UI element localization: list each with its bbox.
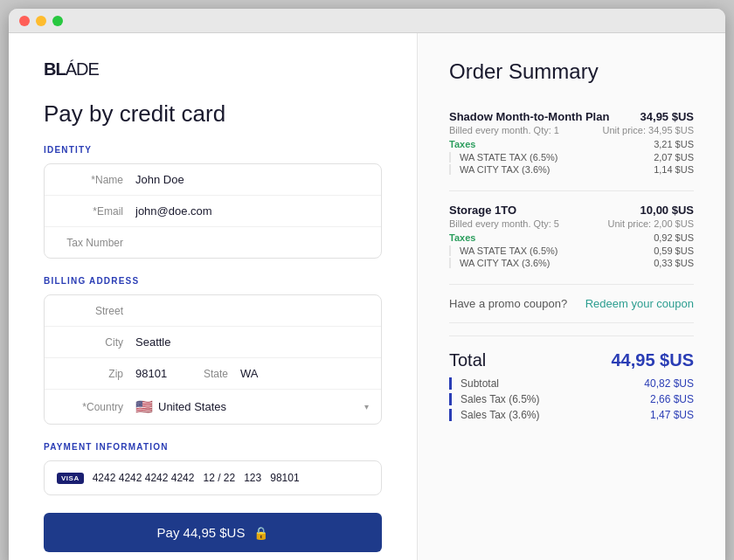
city-row: City (45, 327, 381, 358)
order-item-2-sub: Billed every month. Qty: 5 Unit price: 2… (449, 218, 694, 229)
identity-form-card: *Name *Email Tax Number (44, 163, 382, 259)
city-input[interactable] (135, 335, 369, 349)
pay-button-label: Pay 44,95 $US (157, 525, 246, 540)
order-item-2-tax-row-1: WA STATE TAX (6.5%) 0,59 $US (449, 245, 694, 256)
tax-input[interactable] (135, 236, 369, 249)
zip-label: Zip (57, 368, 135, 380)
payment-details: 4242 4242 4242 4242 12 / 22 123 98101 (93, 472, 369, 484)
order-item-1-taxes: Taxes 3,21 $US WA STATE TAX (6.5%) 2,07 … (449, 139, 694, 175)
street-row: Street (45, 295, 381, 327)
city-label: City (57, 336, 135, 349)
tax-2-amount: 1,14 $US (654, 164, 694, 175)
tax-row: Tax Number (45, 227, 381, 258)
street-label: Street (57, 305, 135, 317)
order-item-2-tax-total: 0,92 $US (654, 232, 694, 245)
pay-button[interactable]: Pay 44,95 $US 🔒 (44, 513, 382, 552)
order-item-2-tax-row-2: WA CITY TAX (3.6%) 0,33 $US (449, 258, 694, 268)
promo-row: Have a promo coupon? Redeem your coupon (449, 297, 694, 310)
order-item-1-billed: Billed every month. Qty: 1 (449, 125, 559, 135)
chevron-down-icon: ▾ (364, 402, 369, 411)
card-zip: 98101 (270, 472, 299, 484)
title-bar (9, 9, 725, 33)
taxes-label-2: Taxes (449, 232, 475, 243)
tax-4-name: WA CITY TAX (3.6%) (460, 258, 550, 268)
order-item-1: Shadow Month-to-Month Plan 34,95 $US Bil… (449, 110, 694, 175)
sales-tax-65-label: Sales Tax (6.5%) (460, 393, 540, 405)
card-expiry: 12 / 22 (203, 472, 235, 484)
country-label: *Country (57, 401, 135, 413)
sales-tax-65-row: Sales Tax (6.5%) 2,66 $US (449, 393, 694, 405)
sales-tax-65-value: 2,66 $US (650, 393, 694, 405)
taxes-label-1: Taxes (449, 139, 475, 149)
order-item-1-header: Shadow Month-to-Month Plan 34,95 $US (449, 110, 694, 123)
country-value: United States (158, 400, 226, 413)
order-item-2: Storage 1TO 10,00 $US Billed every month… (449, 204, 694, 268)
tax-4-amount: 0,33 $US (654, 258, 694, 268)
name-label: *Name (57, 174, 135, 186)
lock-icon: 🔒 (253, 526, 268, 540)
email-input[interactable] (135, 204, 369, 218)
email-label: *Email (57, 205, 135, 218)
order-item-2-unit: Unit price: 2,00 $US (608, 218, 694, 229)
state-label: State (197, 368, 240, 380)
zip-state-row: Zip State (45, 358, 381, 390)
logo-thin: ÁDE (66, 59, 99, 79)
state-input[interactable] (240, 367, 284, 380)
left-panel: BLÁDE Pay by credit card IDENTITY *Name … (9, 33, 418, 560)
order-item-2-name: Storage 1TO (449, 204, 516, 217)
maximize-button[interactable] (52, 16, 63, 26)
total-label: Total (449, 350, 486, 370)
order-item-1-tax-row-1: WA STATE TAX (6.5%) 2,07 $US (449, 152, 694, 162)
close-button[interactable] (19, 16, 30, 26)
payment-card: VISA 4242 4242 4242 4242 12 / 22 123 981… (44, 460, 382, 495)
total-price: 44,95 $US (611, 350, 694, 370)
card-number: 4242 4242 4242 4242 (93, 472, 195, 484)
promo-text: Have a promo coupon? (449, 297, 567, 310)
subtotal-value: 40,82 $US (644, 377, 694, 390)
tax-label: Tax Number (57, 237, 135, 249)
billing-section-label: BILLING ADDRESS (44, 276, 382, 286)
tax-2-name: WA CITY TAX (3.6%) (460, 164, 550, 175)
order-title: Order Summary (449, 59, 694, 84)
zip-input[interactable] (135, 367, 197, 380)
country-row: *Country 🇺🇸 United States ▾ (45, 390, 381, 424)
divider-3 (449, 322, 694, 323)
subtotal-row: Subtotal 40,82 $US (449, 377, 694, 390)
order-item-1-price: 34,95 $US (641, 110, 694, 123)
order-item-1-sub: Billed every month. Qty: 1 Unit price: 3… (449, 125, 694, 135)
billing-form-card: Street City Zip State *Country 🇺🇸 (44, 294, 382, 425)
order-item-1-tax-row-2: WA CITY TAX (3.6%) 1,14 $US (449, 164, 694, 175)
order-item-1-name: Shadow Month-to-Month Plan (449, 110, 609, 123)
order-item-1-unit: Unit price: 34,95 $US (602, 125, 694, 135)
order-item-2-billed: Billed every month. Qty: 5 (449, 218, 559, 229)
name-row: *Name (45, 164, 381, 196)
tax-1-name: WA STATE TAX (6.5%) (460, 152, 557, 162)
right-panel: Order Summary Shadow Month-to-Month Plan… (418, 33, 725, 560)
order-item-2-header: Storage 1TO 10,00 $US (449, 204, 694, 217)
logo: BLÁDE (44, 59, 382, 80)
tax-1-amount: 2,07 $US (654, 152, 694, 162)
app-window: BLÁDE Pay by credit card IDENTITY *Name … (9, 9, 725, 560)
divider-2 (449, 284, 694, 285)
sales-tax-36-value: 1,47 $US (650, 409, 694, 421)
logo-bold: BL (44, 59, 66, 79)
sales-tax-36-row: Sales Tax (3.6%) 1,47 $US (449, 409, 694, 421)
page-title: Pay by credit card (44, 100, 382, 128)
name-input[interactable] (135, 173, 369, 186)
promo-link[interactable]: Redeem your coupon (585, 297, 694, 310)
main-content: BLÁDE Pay by credit card IDENTITY *Name … (9, 33, 725, 560)
tax-3-amount: 0,59 $US (654, 245, 694, 256)
card-cvv: 123 (244, 472, 261, 484)
flag-icon: 🇺🇸 (135, 398, 153, 415)
street-input[interactable] (135, 304, 369, 317)
order-item-2-taxes: Taxes 0,92 $US WA STATE TAX (6.5%) 0,59 … (449, 232, 694, 268)
visa-icon: VISA (57, 473, 84, 484)
country-select[interactable]: 🇺🇸 United States ▾ (135, 398, 369, 415)
sales-tax-36-label: Sales Tax (3.6%) (460, 409, 540, 421)
identity-section-label: IDENTITY (44, 145, 382, 155)
tax-3-name: WA STATE TAX (6.5%) (460, 245, 557, 256)
minimize-button[interactable] (36, 16, 46, 26)
payment-section-label: PAYMENT INFORMATION (44, 442, 382, 452)
divider-1 (449, 190, 694, 191)
total-row: Total 44,95 $US (449, 350, 694, 370)
